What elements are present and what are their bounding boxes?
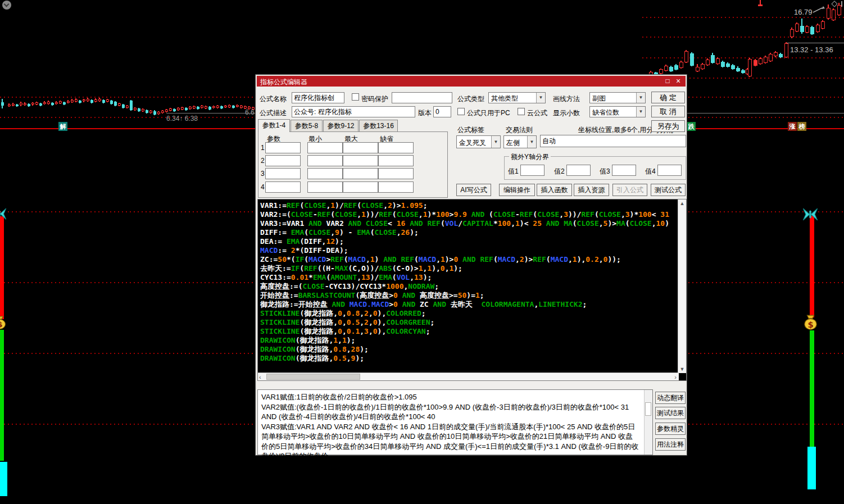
tab-参数13-16[interactable]: 参数13-16: [359, 120, 398, 131]
param-input[interactable]: [378, 142, 414, 153]
hscroll-thumb[interactable]: [266, 374, 360, 380]
candle: [181, 107, 184, 110]
candle: [134, 108, 137, 110]
candle: [759, 58, 763, 64]
moneybag-icon: $: [0, 316, 7, 329]
test-result-button[interactable]: 测试结果: [655, 407, 686, 419]
candle: [189, 107, 192, 109]
chevron-down-icon[interactable]: ▼: [527, 136, 536, 148]
close-icon[interactable]: ×: [674, 77, 683, 85]
candle: [197, 107, 199, 109]
candle: [59, 101, 62, 103]
decimals-select[interactable]: 缺省位数 ▼: [589, 106, 646, 117]
insert-function-button[interactable]: 插入函数: [537, 184, 572, 196]
scroll-right-icon[interactable]: ›: [674, 374, 677, 380]
chart-line: [787, 43, 844, 43]
ok-button[interactable]: 确 定: [651, 92, 685, 103]
chart-badge[interactable]: 涨: [788, 122, 797, 131]
code-line: MACD:= 2*(DIFF-DEA);: [260, 246, 678, 255]
candle: [28, 104, 30, 106]
param-input[interactable]: [378, 168, 414, 179]
scroll-down-icon[interactable]: ▼: [678, 366, 686, 372]
param-input[interactable]: [307, 181, 343, 193]
extra-y-value-input[interactable]: [566, 165, 591, 176]
candle: [157, 112, 160, 114]
formula-type-select[interactable]: 其他类型 ▼: [488, 92, 546, 103]
scroll-up-icon[interactable]: ▲: [678, 201, 686, 206]
cancel-button[interactable]: 取 消: [651, 106, 685, 117]
maximize-icon[interactable]: □: [663, 77, 672, 85]
editor-vertical-scrollbar[interactable]: ▲ ▼: [678, 199, 686, 373]
formula-tag-select[interactable]: 金叉死叉 ▼: [456, 135, 501, 148]
candle: [716, 58, 720, 64]
candle: [726, 63, 730, 67]
param-input[interactable]: [265, 168, 301, 179]
password-input[interactable]: [392, 92, 452, 103]
scroll-left-icon[interactable]: ‹: [259, 374, 261, 380]
param-input[interactable]: [343, 142, 378, 153]
code-line: DRAWICON(御龙指路,0.5,9);: [260, 354, 678, 363]
formula-desc-input[interactable]: [292, 106, 415, 117]
chevron-down-icon[interactable]: ▼: [636, 93, 645, 103]
pc-only-checkbox[interactable]: [457, 108, 465, 115]
param-input[interactable]: [343, 168, 378, 179]
param-input[interactable]: [307, 142, 343, 153]
draw-method-select[interactable]: 副图 ▼: [589, 92, 646, 103]
candle: [185, 108, 188, 110]
editor-horizontal-scrollbar[interactable]: ‹ ›: [258, 373, 679, 380]
candle: [161, 111, 164, 113]
param-input[interactable]: [307, 168, 343, 179]
param-row-number: 2: [261, 157, 265, 165]
coordinate-input[interactable]: [540, 135, 686, 147]
candle: [126, 106, 129, 108]
collapse-circle-icon[interactable]: [2, 1, 11, 10]
param-input[interactable]: [343, 181, 378, 193]
chevron-down-icon[interactable]: ▼: [636, 107, 645, 117]
candle: [779, 54, 783, 57]
formula-code-editor[interactable]: VAR1:=REF(CLOSE,1)/REF(CLOSE,2)>1.095;VA…: [257, 199, 687, 381]
candle: [205, 106, 207, 108]
param-input[interactable]: [307, 155, 343, 166]
tab-参数9-12[interactable]: 参数9-12: [323, 120, 359, 131]
usage-note-button[interactable]: 用法注释: [655, 438, 686, 451]
extra-y-label: 额外Y轴分界: [509, 152, 551, 162]
formula-name-input[interactable]: [292, 92, 344, 103]
param-input[interactable]: [265, 155, 301, 166]
candle: [731, 65, 735, 69]
dynamic-translate-button[interactable]: 动态翻译: [655, 392, 686, 404]
tab-参数1-4[interactable]: 参数1-4: [258, 119, 290, 132]
candle: [79, 101, 81, 103]
chart-badge[interactable]: 榜: [797, 122, 806, 131]
param-input[interactable]: [378, 155, 414, 166]
save-as-button[interactable]: 另存为: [651, 120, 685, 132]
edit-ops-button[interactable]: 编辑操作: [499, 184, 535, 196]
insert-resource-button[interactable]: 插入资源: [574, 184, 609, 196]
param-wizard-button[interactable]: 参数精灵: [655, 423, 686, 435]
test-formula-button[interactable]: 测试公式: [651, 184, 686, 196]
param-input[interactable]: [343, 155, 378, 166]
extra-y-value-input[interactable]: [520, 165, 544, 176]
ai-write-button[interactable]: AI写公式: [456, 184, 491, 196]
dialog-titlebar[interactable]: 指标公式编辑器 □ ×: [257, 76, 686, 87]
extra-y-value-input[interactable]: [612, 165, 636, 176]
extra-y-value-input[interactable]: [657, 165, 682, 176]
tab-参数5-8[interactable]: 参数5-8: [291, 120, 323, 131]
formula-desc-label: 公式描述: [260, 108, 287, 118]
param-input[interactable]: [265, 181, 301, 193]
translation-scrollbar[interactable]: [644, 390, 652, 455]
chart-badge[interactable]: 解: [58, 122, 67, 131]
code-line: 去昨天:=IF(REF((H-MAX(C,O))/ABS(C-O)>1,1),0…: [260, 264, 678, 273]
cloud-formula-checkbox[interactable]: [518, 108, 525, 115]
password-protect-checkbox[interactable]: [352, 93, 359, 101]
chevron-down-icon[interactable]: ▼: [491, 136, 500, 148]
vscroll-thumb[interactable]: [645, 402, 651, 416]
param-input[interactable]: [378, 181, 414, 193]
chart-badge[interactable]: 跌: [687, 122, 696, 131]
version-input[interactable]: [433, 106, 451, 117]
formula-code[interactable]: VAR1:=REF(CLOSE,1)/REF(CLOSE,2)>1.095;VA…: [260, 201, 678, 363]
param-input[interactable]: [265, 142, 301, 153]
trade-rule-select[interactable]: 左侧 ▼: [503, 135, 537, 148]
candle: [83, 99, 85, 101]
chevron-down-icon[interactable]: ▼: [536, 93, 545, 103]
extra-y-label-1: 值1: [508, 167, 519, 176]
